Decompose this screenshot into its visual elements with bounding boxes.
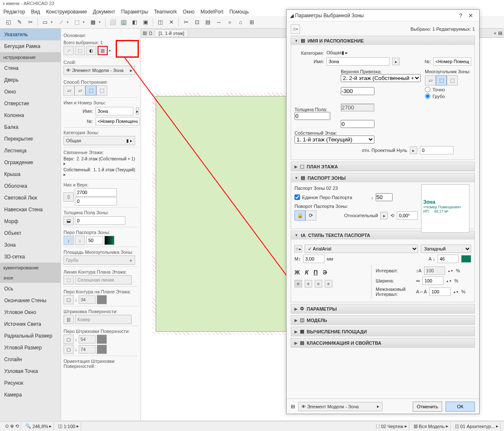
width-input[interactable] — [422, 277, 443, 285]
pen-mode-btn[interactable]: ↓ — [64, 236, 74, 245]
height-top-input[interactable] — [75, 188, 117, 197]
tool-icon[interactable]: ⊞ — [247, 17, 257, 27]
tool-icon[interactable]: ✕ — [166, 17, 176, 27]
font-select[interactable]: ✓ ArialArial — [305, 245, 418, 253]
menu-item[interactable]: Teamwork — [154, 9, 177, 16]
tool-icon[interactable]: ✂ — [181, 17, 191, 27]
angle-input[interactable] — [397, 211, 418, 220]
stamp-pen-input[interactable] — [376, 193, 393, 201]
construct-method-btn[interactable]: ▱ — [74, 85, 85, 96]
close-icon[interactable]: ✕ — [466, 11, 476, 21]
nav-icon[interactable]: ▤ — [498, 30, 502, 36]
menu-item[interactable]: ModelPort — [200, 9, 223, 16]
tool-wall[interactable]: Стена — [0, 62, 61, 74]
menu-item[interactable]: Документ — [93, 9, 115, 16]
rotate-mode-btn[interactable]: ⟳ — [305, 210, 316, 221]
section-header[interactable]: ▶▤КЛАССИФИКАЦИЯ И СВОЙСТВА — [291, 338, 475, 347]
menu-item[interactable]: Параметры — [121, 9, 148, 16]
model-display[interactable]: ▥ Вся Модель ▸ — [412, 422, 451, 431]
tool-camera[interactable]: Камера — [0, 389, 61, 401]
tool-cornerwin[interactable]: Угловое Окно — [0, 306, 61, 318]
tool-zone[interactable]: Зона — [0, 239, 61, 251]
hatch-toggle[interactable]: ||| — [64, 315, 74, 324]
layer-selector[interactable]: 👁 Элемент Модели - Зона▸ — [64, 66, 135, 75]
zone-name-input[interactable] — [95, 107, 133, 115]
rough-radio[interactable] — [425, 93, 430, 99]
construct-method-btn[interactable]: ⬚ — [85, 85, 96, 96]
floor-thick-input[interactable] — [294, 112, 330, 120]
tool-object[interactable]: Объект — [0, 227, 61, 239]
section-header[interactable]: ▼▤ ПАСПОРТ ЗОНЫ — [291, 173, 475, 182]
review-display[interactable]: ◫ 01 Архитектур... ▸ — [453, 422, 501, 431]
tool-pointer[interactable]: Указатель — [0, 29, 61, 40]
tool-icon[interactable]: ⟋ — [56, 17, 66, 27]
nav-btn[interactable]: ⊙ ⊕ ⟲ — [3, 422, 21, 431]
floor-plan-tab[interactable]: [1. 1-й этаж] — [155, 29, 188, 37]
pen-color-swatch[interactable] — [104, 236, 114, 245]
tab-icon[interactable]: ▥ — [143, 30, 147, 36]
geometry-btn[interactable]: ◐ — [86, 46, 96, 55]
poly-mode-btn[interactable]: ▱ — [425, 75, 436, 85]
single-pen-checkbox[interactable] — [294, 194, 300, 200]
zone-no-input[interactable] — [433, 57, 471, 66]
proj-zero-input[interactable] — [420, 146, 454, 154]
geometry-btn[interactable]: ⬚ — [75, 46, 85, 55]
geometry-btn[interactable]: ⟋ — [64, 46, 74, 55]
menu-item[interactable]: Редактор — [3, 9, 25, 16]
section-header[interactable]: ▶◫МОДЕЛЬ — [291, 316, 475, 325]
encoding-select[interactable]: Западный — [421, 245, 471, 253]
bold-btn[interactable]: Ж — [294, 269, 300, 276]
top-offset-input[interactable] — [341, 87, 374, 95]
cancel-button[interactable]: Отменить — [413, 402, 442, 412]
tool-icon[interactable]: ↔ — [214, 17, 224, 27]
tool-icon[interactable]: 🏢 — [119, 17, 129, 27]
top-link-select[interactable]: 2. 2-й этаж (Собственный + 1) — [341, 74, 421, 82]
favorite-star-btn[interactable]: ☆▸ — [291, 24, 300, 34]
construct-method-btn[interactable]: ⬚ — [96, 85, 107, 96]
menu-item[interactable]: Окно — [183, 9, 195, 16]
height-bottom-input[interactable] — [75, 197, 117, 205]
zone-name-input[interactable] — [326, 57, 390, 66]
menu-item[interactable]: Конструирование — [46, 9, 87, 16]
floor-thickness-input[interactable] — [75, 216, 125, 225]
bottom-offset-input[interactable] — [341, 120, 374, 128]
category-selector[interactable]: Общая ▮ ▸ — [64, 136, 135, 145]
section-header[interactable]: ▶⬚ ПЛАН ЭТАЖА — [291, 162, 475, 171]
tool-slab[interactable]: Перекрытие — [0, 133, 61, 145]
italic-btn[interactable]: К — [305, 269, 309, 276]
tool-icon[interactable]: ⟐ — [225, 17, 235, 27]
tool-icon[interactable]: ✎ — [14, 17, 24, 27]
contour-toggle[interactable]: ⬚ — [64, 275, 74, 285]
poly-mode-btn[interactable]: ⬚ — [436, 75, 447, 85]
tool-mesh[interactable]: 3D-сетка — [0, 251, 61, 263]
tab-icon[interactable]: 🗋 — [149, 31, 153, 36]
char-spacing-input[interactable] — [430, 287, 451, 296]
menu-item[interactable]: Вид — [31, 9, 40, 16]
align-right-btn[interactable]: ≡ — [315, 280, 322, 287]
pen-mode-btn[interactable]: ↓ — [75, 236, 85, 245]
tool-icon[interactable]: ▣ — [141, 17, 151, 27]
tool-raddim[interactable]: Радиальный Размер — [0, 330, 61, 342]
own-story-select[interactable]: 1. 1-й этаж (Текущий) — [294, 136, 374, 144]
arrow-btn[interactable]: ▸ — [136, 107, 139, 115]
tool-icon[interactable]: ◧ — [130, 17, 140, 27]
zoom-display[interactable]: 🔍 246,8% ▸ — [24, 422, 54, 431]
settings-btn[interactable]: ▥ — [98, 46, 108, 55]
tool-beam[interactable]: Балка — [0, 121, 61, 133]
help-icon[interactable]: ? — [456, 11, 466, 21]
tool-wallend[interactable]: Окончание Стены — [0, 295, 61, 306]
tool-icon[interactable]: ▦ — [88, 17, 98, 27]
ok-button[interactable]: ОК — [446, 402, 475, 412]
scale-display[interactable]: ◫ 1:100 ▸ — [56, 422, 81, 431]
section-header[interactable]: ▼ ▤ ИМЯ И РАСПОЛОЖЕНИЕ — [291, 36, 475, 45]
text-pen-input[interactable] — [438, 255, 459, 263]
align-left-btn[interactable]: ≡ — [294, 280, 302, 287]
strike-btn[interactable]: Э — [323, 269, 327, 276]
tool-skylight[interactable]: Световой Люк — [0, 192, 61, 204]
tool-stair[interactable]: Лестница — [0, 145, 61, 157]
align-center-btn[interactable]: ≡ — [305, 280, 312, 287]
tool-shell[interactable]: Оболочка — [0, 180, 61, 192]
tool-angdim[interactable]: Угловой Размер — [0, 342, 61, 354]
underline-btn[interactable]: П — [313, 269, 318, 276]
tool-drawing[interactable]: Рисунок — [0, 377, 61, 389]
